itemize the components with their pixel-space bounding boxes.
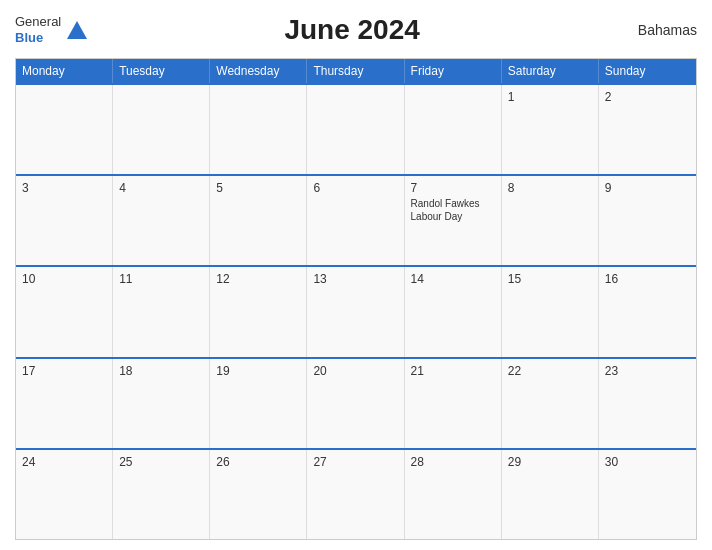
cell-date-number: 16 bbox=[605, 272, 690, 286]
cell-date-number: 13 bbox=[313, 272, 397, 286]
calendar-cell: 20 bbox=[307, 359, 404, 448]
calendar-cell: 30 bbox=[599, 450, 696, 539]
calendar-cell bbox=[210, 85, 307, 174]
calendar-cell bbox=[16, 85, 113, 174]
calendar-cell: 8 bbox=[502, 176, 599, 265]
cell-date-number: 11 bbox=[119, 272, 203, 286]
cell-date-number: 10 bbox=[22, 272, 106, 286]
week-row: 10111213141516 bbox=[16, 265, 696, 356]
logo-text-block: General Blue bbox=[15, 14, 61, 45]
cell-date-number: 21 bbox=[411, 364, 495, 378]
calendar-cell: 23 bbox=[599, 359, 696, 448]
week-row: 34567Randol FawkesLabour Day89 bbox=[16, 174, 696, 265]
cell-date-number: 2 bbox=[605, 90, 690, 104]
calendar-title: June 2024 bbox=[87, 14, 617, 46]
calendar-cell: 22 bbox=[502, 359, 599, 448]
calendar-cell: 9 bbox=[599, 176, 696, 265]
calendar-cell: 3 bbox=[16, 176, 113, 265]
cell-date-number: 7 bbox=[411, 181, 495, 195]
calendar-cell bbox=[405, 85, 502, 174]
cell-date-number: 9 bbox=[605, 181, 690, 195]
country-label: Bahamas bbox=[617, 22, 697, 38]
calendar-cell: 16 bbox=[599, 267, 696, 356]
day-header: Sunday bbox=[599, 59, 696, 83]
calendar-cell: 4 bbox=[113, 176, 210, 265]
calendar-cell bbox=[307, 85, 404, 174]
day-header: Saturday bbox=[502, 59, 599, 83]
week-row: 24252627282930 bbox=[16, 448, 696, 539]
calendar-cell: 12 bbox=[210, 267, 307, 356]
logo-general: General bbox=[15, 14, 61, 30]
cell-date-number: 1 bbox=[508, 90, 592, 104]
cell-date-number: 27 bbox=[313, 455, 397, 469]
cell-event-label: Randol FawkesLabour Day bbox=[411, 197, 495, 223]
calendar-cell: 11 bbox=[113, 267, 210, 356]
calendar-cell: 27 bbox=[307, 450, 404, 539]
calendar-cell: 25 bbox=[113, 450, 210, 539]
cell-date-number: 17 bbox=[22, 364, 106, 378]
calendar-cell: 2 bbox=[599, 85, 696, 174]
calendar-cell: 10 bbox=[16, 267, 113, 356]
calendar-cell: 1 bbox=[502, 85, 599, 174]
calendar-cell: 24 bbox=[16, 450, 113, 539]
cell-date-number: 24 bbox=[22, 455, 106, 469]
cell-date-number: 22 bbox=[508, 364, 592, 378]
calendar-cell: 6 bbox=[307, 176, 404, 265]
logo-blue: Blue bbox=[15, 30, 61, 46]
day-headers-row: MondayTuesdayWednesdayThursdayFridaySatu… bbox=[16, 59, 696, 83]
calendar-cell: 14 bbox=[405, 267, 502, 356]
cell-date-number: 28 bbox=[411, 455, 495, 469]
cell-date-number: 8 bbox=[508, 181, 592, 195]
calendar-cell: 18 bbox=[113, 359, 210, 448]
week-row: 17181920212223 bbox=[16, 357, 696, 448]
calendar-cell: 21 bbox=[405, 359, 502, 448]
cell-date-number: 29 bbox=[508, 455, 592, 469]
calendar-cell bbox=[113, 85, 210, 174]
page: General Blue June 2024 Bahamas MondayTue… bbox=[0, 0, 712, 550]
cell-date-number: 14 bbox=[411, 272, 495, 286]
calendar-cell: 26 bbox=[210, 450, 307, 539]
cell-date-number: 4 bbox=[119, 181, 203, 195]
calendar-cell: 17 bbox=[16, 359, 113, 448]
calendar-cell: 13 bbox=[307, 267, 404, 356]
cell-date-number: 20 bbox=[313, 364, 397, 378]
day-header: Friday bbox=[405, 59, 502, 83]
calendar-cell: 19 bbox=[210, 359, 307, 448]
cell-date-number: 5 bbox=[216, 181, 300, 195]
cell-date-number: 30 bbox=[605, 455, 690, 469]
calendar-cell: 28 bbox=[405, 450, 502, 539]
day-header: Tuesday bbox=[113, 59, 210, 83]
cell-date-number: 15 bbox=[508, 272, 592, 286]
header: General Blue June 2024 Bahamas bbox=[15, 10, 697, 50]
calendar-cell: 5 bbox=[210, 176, 307, 265]
cell-date-number: 23 bbox=[605, 364, 690, 378]
week-row: 12 bbox=[16, 83, 696, 174]
cell-date-number: 26 bbox=[216, 455, 300, 469]
logo-triangle-icon bbox=[67, 21, 87, 39]
day-header: Thursday bbox=[307, 59, 404, 83]
calendar-cell: 7Randol FawkesLabour Day bbox=[405, 176, 502, 265]
day-header: Monday bbox=[16, 59, 113, 83]
weeks-container: 1234567Randol FawkesLabour Day8910111213… bbox=[16, 83, 696, 539]
cell-date-number: 12 bbox=[216, 272, 300, 286]
calendar: MondayTuesdayWednesdayThursdayFridaySatu… bbox=[15, 58, 697, 540]
cell-date-number: 25 bbox=[119, 455, 203, 469]
cell-date-number: 18 bbox=[119, 364, 203, 378]
cell-date-number: 19 bbox=[216, 364, 300, 378]
calendar-cell: 15 bbox=[502, 267, 599, 356]
logo: General Blue bbox=[15, 14, 87, 45]
day-header: Wednesday bbox=[210, 59, 307, 83]
calendar-cell: 29 bbox=[502, 450, 599, 539]
cell-date-number: 3 bbox=[22, 181, 106, 195]
cell-date-number: 6 bbox=[313, 181, 397, 195]
